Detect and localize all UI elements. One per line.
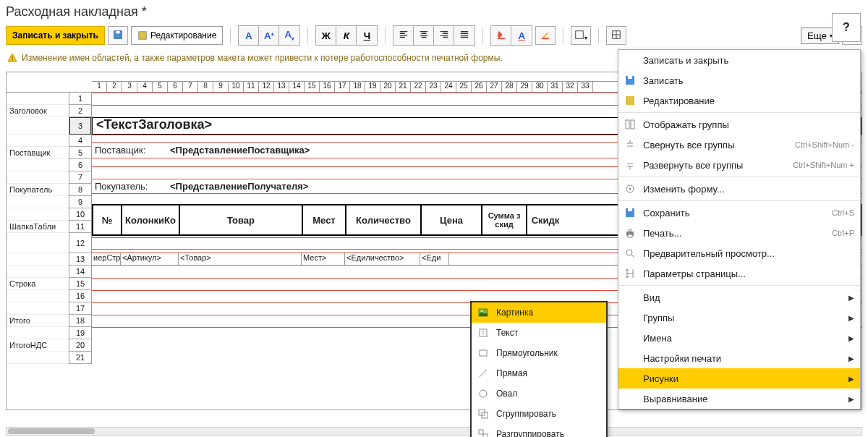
menu-item[interactable]: Изменить форму... xyxy=(618,179,860,199)
menu-item[interactable]: Настройки печати▶ xyxy=(618,348,860,368)
col-header[interactable]: 33 xyxy=(578,82,593,92)
row-number[interactable]: 17 xyxy=(69,302,91,315)
col-header[interactable]: 22 xyxy=(411,82,426,92)
row-number[interactable]: 2 xyxy=(69,105,91,117)
col-header[interactable]: 9 xyxy=(213,82,229,92)
row-number[interactable]: 14 xyxy=(69,266,91,278)
row-number[interactable]: 21 xyxy=(69,352,91,364)
menu-item[interactable]: Развернуть все группыCtrl+Shift+Num + xyxy=(618,155,860,175)
row-number[interactable]: 5 xyxy=(69,147,91,159)
align-justify-button[interactable] xyxy=(454,26,475,45)
fill-color-button[interactable] xyxy=(491,26,511,45)
text-color-button[interactable]: А xyxy=(511,26,532,45)
more-dropdown-menu[interactable]: Записать и закрытьЗаписатьРедактирование… xyxy=(618,49,861,410)
align-right-button[interactable] xyxy=(434,26,454,45)
submenu-item[interactable]: Прямая xyxy=(472,363,606,383)
menu-item[interactable]: Печать...Ctrl+P xyxy=(618,223,860,243)
row-number[interactable]: 4 xyxy=(69,135,91,147)
menu-item[interactable]: Свернуть все группыCtrl+Shift+Num - xyxy=(618,135,860,155)
col-header[interactable]: 23 xyxy=(426,82,441,92)
submenu-item[interactable]: Сгруппировать xyxy=(472,404,606,424)
col-header[interactable]: 32 xyxy=(563,82,578,92)
font-increase-button[interactable]: А▴ xyxy=(259,26,279,45)
help-corner-button[interactable]: ? xyxy=(832,13,861,42)
col-header[interactable]: 3 xyxy=(122,82,137,92)
submenu-item[interactable]: Разгруппировать xyxy=(472,424,606,437)
col-header[interactable]: 4 xyxy=(137,82,153,92)
row-number[interactable]: 9 xyxy=(69,196,91,208)
save-button[interactable] xyxy=(108,26,128,45)
col-header[interactable]: 26 xyxy=(472,82,487,92)
submenu-item[interactable]: Картинка xyxy=(472,302,606,323)
col-header[interactable]: 7 xyxy=(183,82,198,92)
drawings-submenu[interactable]: КартинкаTТекстПрямоугольникПрямаяОвалСгр… xyxy=(470,301,608,437)
font-normal-button[interactable]: А xyxy=(239,26,259,45)
row-numbers[interactable]: 123456789101112131415161718192021 xyxy=(69,93,92,364)
row-number[interactable]: 15 xyxy=(69,278,91,290)
col-header[interactable]: 24 xyxy=(441,82,456,92)
menu-item[interactable]: Группы▶ xyxy=(618,307,860,328)
supplier-template[interactable]: <ПредставлениеПоставщика> xyxy=(170,145,310,156)
row-number[interactable]: 18 xyxy=(69,315,91,327)
cells-button[interactable] xyxy=(606,26,626,45)
col-header[interactable]: 28 xyxy=(502,82,517,92)
save-close-button[interactable]: Записать и закрыть xyxy=(6,26,105,45)
row-number[interactable]: 16 xyxy=(69,290,91,302)
col-header[interactable]: 6 xyxy=(168,82,183,92)
borders-button[interactable]: ▾ xyxy=(571,26,591,45)
row-number[interactable]: 13 xyxy=(69,253,91,266)
italic-button[interactable]: К xyxy=(336,26,357,45)
buyer-template[interactable]: <ПредставлениеПолучателя> xyxy=(170,181,308,192)
col-header[interactable]: 19 xyxy=(365,82,380,92)
header-template-text[interactable]: <ТекстЗаголовка> xyxy=(96,117,212,132)
align-left-button[interactable] xyxy=(393,26,414,45)
underline-button[interactable]: Ч xyxy=(357,26,377,45)
menu-item[interactable]: Рисунки▶ xyxy=(618,368,860,389)
menu-item[interactable]: Отображать группы xyxy=(618,114,860,135)
row-number[interactable]: 19 xyxy=(69,327,91,339)
col-header[interactable]: 10 xyxy=(229,82,244,92)
menu-item[interactable]: Вид▶ xyxy=(618,287,860,307)
row-number[interactable]: 7 xyxy=(69,171,91,184)
row-number[interactable]: 8 xyxy=(69,184,91,196)
menu-item[interactable]: Выравнивание▶ xyxy=(618,389,860,409)
row-number[interactable]: 6 xyxy=(69,159,91,171)
row-number[interactable]: 1 xyxy=(69,93,91,105)
col-header[interactable]: 14 xyxy=(289,82,305,92)
col-header[interactable]: 12 xyxy=(259,82,274,92)
menu-item[interactable]: Параметры страницы... xyxy=(618,263,860,284)
col-header[interactable]: 18 xyxy=(350,82,365,92)
col-header[interactable]: 15 xyxy=(305,82,320,92)
submenu-item[interactable]: TТекст xyxy=(472,323,606,343)
menu-item[interactable]: Предварительный просмотр... xyxy=(618,243,860,263)
row-number[interactable]: 20 xyxy=(69,339,91,352)
col-header[interactable]: 16 xyxy=(320,82,335,92)
col-header[interactable]: 11 xyxy=(244,82,259,92)
font-decrease-button[interactable]: А▾ xyxy=(279,26,299,45)
col-header[interactable]: 1 xyxy=(92,82,107,92)
col-header[interactable]: 8 xyxy=(198,82,213,92)
menu-item[interactable]: Записать и закрыть xyxy=(618,50,860,70)
menu-item[interactable]: Имена▶ xyxy=(618,328,860,348)
col-header[interactable]: 2 xyxy=(107,82,122,92)
col-header[interactable]: 13 xyxy=(274,82,289,92)
col-header[interactable]: 5 xyxy=(153,82,168,92)
edit-mode-button[interactable]: Редактирование xyxy=(131,26,223,45)
row-number[interactable]: 10 xyxy=(69,208,91,221)
col-header[interactable]: 29 xyxy=(517,82,532,92)
horizontal-scrollbar[interactable] xyxy=(6,427,862,436)
menu-item[interactable]: Редактирование xyxy=(618,90,860,111)
col-header[interactable]: 27 xyxy=(487,82,502,92)
submenu-item[interactable]: Прямоугольник xyxy=(472,343,606,363)
col-header[interactable]: 30 xyxy=(532,82,548,92)
row-number[interactable]: 11 xyxy=(69,221,91,233)
bold-button[interactable]: Ж xyxy=(316,26,336,45)
row-number[interactable]: 12 xyxy=(69,233,91,253)
menu-item[interactable]: Записать xyxy=(618,70,860,90)
col-header[interactable]: 25 xyxy=(456,82,472,92)
menu-item[interactable]: СохранитьCtrl+S xyxy=(618,203,860,223)
submenu-item[interactable]: Овал xyxy=(472,383,606,404)
col-header[interactable]: 17 xyxy=(335,82,350,92)
col-header[interactable]: 21 xyxy=(396,82,411,92)
align-center-button[interactable] xyxy=(414,26,434,45)
